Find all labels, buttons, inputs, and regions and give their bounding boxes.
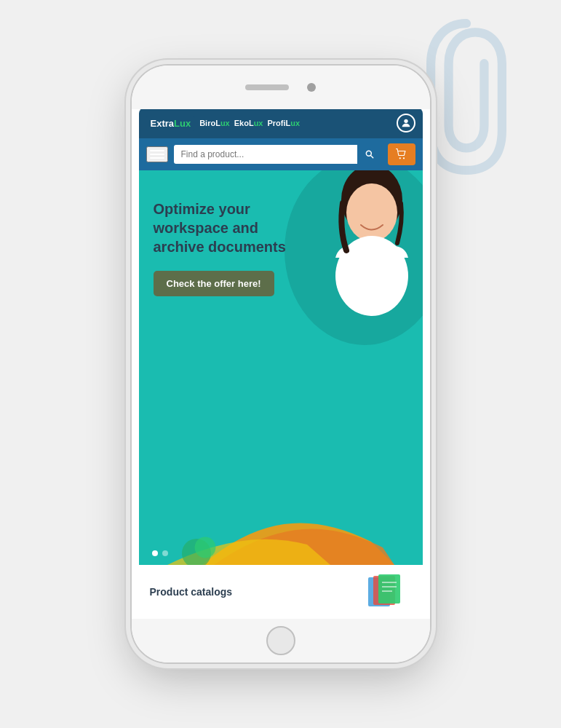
birolux-lux: ux bbox=[220, 119, 230, 127]
svg-point-3 bbox=[399, 157, 400, 159]
svg-point-6 bbox=[346, 183, 397, 242]
hamburger-line-1 bbox=[150, 150, 164, 151]
search-input[interactable] bbox=[174, 145, 357, 164]
phone-bottom-bar bbox=[132, 619, 430, 662]
paperclip-decoration bbox=[415, 15, 517, 175]
ekolux-lux: ux bbox=[254, 119, 263, 127]
extralux-lux: Lux bbox=[174, 118, 191, 129]
brand-ekolux[interactable]: EkoLux bbox=[234, 119, 263, 127]
svg-point-4 bbox=[402, 157, 404, 159]
product-catalogs-label: Product catalogs bbox=[150, 586, 233, 598]
bottom-section: Product catalogs bbox=[139, 565, 423, 619]
phone-top-bar bbox=[132, 66, 430, 109]
brand-birolux[interactable]: BiroLux bbox=[199, 119, 230, 127]
svg-point-10 bbox=[194, 537, 215, 558]
dots-indicator bbox=[152, 550, 168, 556]
user-icon[interactable] bbox=[397, 114, 415, 132]
toolbar bbox=[139, 138, 423, 170]
brand-extralux[interactable]: ExtraLux bbox=[146, 116, 196, 131]
hero-cta-button[interactable]: Check the offer here! bbox=[154, 271, 274, 296]
catalogs-image bbox=[365, 574, 412, 610]
cart-icon bbox=[395, 148, 408, 161]
hero-books bbox=[139, 507, 423, 565]
hamburger-line-3 bbox=[150, 157, 164, 159]
books-svg bbox=[139, 507, 423, 565]
svg-rect-13 bbox=[378, 574, 400, 604]
profilux-lux: ux bbox=[290, 119, 300, 127]
profilux-label: ProfiL bbox=[267, 119, 290, 127]
cart-button[interactable] bbox=[388, 143, 415, 165]
svg-line-2 bbox=[370, 155, 373, 157]
search-wrapper bbox=[174, 145, 382, 164]
search-button[interactable] bbox=[357, 145, 382, 164]
hamburger-line-2 bbox=[150, 154, 164, 155]
hamburger-button[interactable] bbox=[146, 146, 168, 162]
brand-profilux[interactable]: ProfiLux bbox=[267, 119, 300, 127]
hero-banner: Optimize your workspace and archive docu… bbox=[139, 170, 423, 565]
user-svg bbox=[400, 117, 412, 129]
svg-point-0 bbox=[404, 119, 407, 123]
phone-screen: ExtraLux BiroLux EkoLux ProfiLux bbox=[139, 108, 423, 619]
phone-frame: ExtraLux BiroLux EkoLux ProfiLux bbox=[132, 66, 430, 662]
nav-bar: ExtraLux BiroLux EkoLux ProfiLux bbox=[139, 108, 423, 138]
catalogs-svg bbox=[365, 574, 412, 610]
hero-title: Optimize your workspace and archive docu… bbox=[154, 199, 310, 256]
phone-home-button[interactable] bbox=[266, 626, 295, 655]
ekolux-label: EkoL bbox=[234, 119, 254, 127]
extralux-label: Extra bbox=[151, 118, 175, 129]
search-icon bbox=[365, 149, 375, 159]
dot-2[interactable] bbox=[162, 550, 168, 556]
dot-1[interactable] bbox=[152, 550, 158, 556]
phone-camera bbox=[307, 83, 316, 92]
birolux-label: BiroL bbox=[199, 119, 220, 127]
phone-speaker bbox=[245, 84, 289, 90]
hero-content: Optimize your workspace and archive docu… bbox=[154, 199, 310, 296]
person-svg bbox=[295, 170, 423, 345]
